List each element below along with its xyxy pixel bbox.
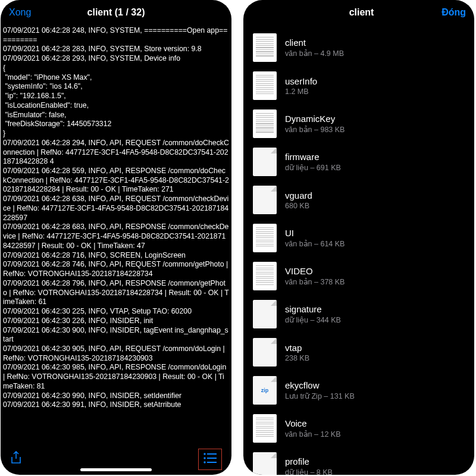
file-thumb-icon <box>253 148 277 176</box>
file-name: userInfo <box>285 76 317 86</box>
file-thumb-icon <box>253 452 277 475</box>
file-row[interactable]: UIvăn bản – 614 KB <box>243 219 474 257</box>
file-meta: 1.2 MB <box>285 87 317 96</box>
list-icon <box>203 453 217 464</box>
log-viewer-screen: Xong client (1 / 32) 07/09/2021 06:42:28… <box>1 0 231 475</box>
svg-point-2 <box>203 457 205 459</box>
file-thumb-icon <box>253 224 277 252</box>
file-name: profile <box>285 456 333 466</box>
file-name: vtap <box>285 343 309 353</box>
page-title: client <box>281 7 441 18</box>
file-name: firmware <box>285 152 341 162</box>
file-browser-screen: client Đóng clientvăn bản – 4.9 MBuserIn… <box>243 0 474 475</box>
file-list[interactable]: clientvăn bản – 4.9 MBuserInfo1.2 MBDyna… <box>243 25 474 475</box>
nav-bar: Xong client (1 / 32) <box>1 0 231 25</box>
file-row[interactable]: clientvăn bản – 4.9 MB <box>243 29 474 67</box>
file-name: client <box>285 37 344 48</box>
file-name: ekycflow <box>285 380 355 390</box>
log-content[interactable]: 07/09/2021 06:42:28 248, INFO, SYSTEM, =… <box>1 25 231 444</box>
file-name: vguard <box>285 190 312 201</box>
file-meta: dữ liệu – 691 KB <box>285 163 341 172</box>
file-thumb-icon <box>253 300 277 328</box>
file-meta: văn bản – 983 KB <box>285 125 345 134</box>
toolbar <box>1 444 231 475</box>
file-row[interactable]: userInfo1.2 MB <box>243 67 474 105</box>
file-meta: dữ liệu – 8 KB <box>285 468 333 475</box>
file-row[interactable]: profiledữ liệu – 8 KB <box>243 447 474 475</box>
file-name: DynamicKey <box>285 114 345 124</box>
file-meta: văn bản – 4.9 MB <box>285 49 344 58</box>
file-thumb-icon <box>253 109 277 138</box>
file-thumb-icon <box>253 186 277 214</box>
file-row[interactable]: Voicevăn bản – 12 KB <box>243 409 474 447</box>
file-meta: văn bản – 12 KB <box>285 430 340 439</box>
file-row[interactable]: zipekycflowLưu trữ Zip – 131 KB <box>243 371 474 409</box>
page-title: client (1 / 32) <box>1 7 231 18</box>
share-icon[interactable] <box>10 451 22 468</box>
file-row[interactable]: firmwaredữ liệu – 691 KB <box>243 143 474 181</box>
file-name: UI <box>285 228 345 238</box>
svg-rect-3 <box>207 458 217 459</box>
svg-point-0 <box>203 453 205 455</box>
file-meta: dữ liệu – 344 KB <box>285 315 341 324</box>
file-thumb-icon: zip <box>253 376 277 405</box>
file-meta: văn bản – 614 KB <box>285 239 345 248</box>
svg-rect-5 <box>207 462 217 463</box>
file-meta: 680 KB <box>285 202 312 210</box>
file-row[interactable]: DynamicKeyvăn bản – 983 KB <box>243 105 474 143</box>
file-meta: 238 KB <box>285 354 309 362</box>
file-row[interactable]: signaturedữ liệu – 344 KB <box>243 295 474 333</box>
file-name: Voice <box>285 418 340 428</box>
file-thumb-icon <box>253 71 277 100</box>
file-meta: văn bản – 378 KB <box>285 277 345 286</box>
file-thumb-icon <box>253 338 277 367</box>
back-button[interactable]: Xong <box>9 7 31 18</box>
list-view-button[interactable] <box>198 449 222 470</box>
file-name: VIDEO <box>285 266 345 276</box>
file-row[interactable]: VIDEOvăn bản – 378 KB <box>243 257 474 295</box>
svg-point-4 <box>203 461 205 463</box>
file-row[interactable]: vguard680 KB <box>243 181 474 219</box>
nav-bar: client Đóng <box>243 0 474 25</box>
close-button[interactable]: Đóng <box>441 7 466 18</box>
svg-rect-1 <box>207 453 217 455</box>
file-thumb-icon <box>253 33 277 62</box>
file-name: signature <box>285 304 341 314</box>
file-thumb-icon <box>253 414 277 443</box>
file-thumb-icon <box>253 262 277 290</box>
file-meta: Lưu trữ Zip – 131 KB <box>285 392 355 400</box>
file-row[interactable]: vtap238 KB <box>243 333 474 371</box>
home-indicator[interactable] <box>80 468 152 471</box>
